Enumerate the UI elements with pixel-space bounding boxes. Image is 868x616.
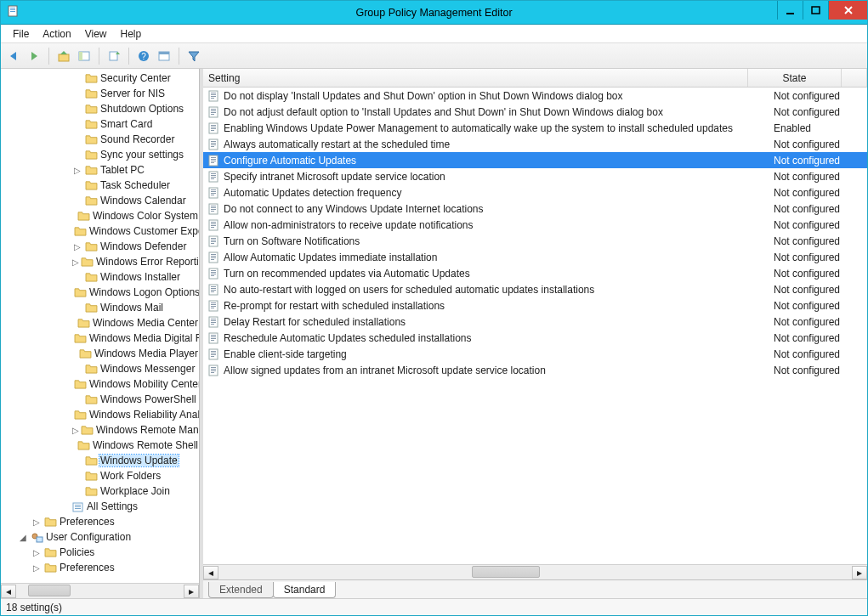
setting-row[interactable]: Configure Automatic UpdatesNot configure…: [203, 152, 867, 168]
setting-row[interactable]: Allow signed updates from an intranet Mi…: [203, 362, 867, 378]
svg-rect-25: [211, 96, 216, 97]
setting-row[interactable]: Do not display 'Install Updates and Shut…: [203, 88, 867, 104]
properties-button[interactable]: [155, 47, 173, 65]
tree-item[interactable]: Workplace Join: [1, 483, 199, 499]
menu-file[interactable]: File: [6, 26, 36, 42]
svg-rect-93: [211, 319, 216, 319]
tree-item[interactable]: Windows Customer Experience Improvement …: [1, 223, 199, 239]
setting-row[interactable]: Delay Restart for scheduled installation…: [203, 314, 867, 330]
scroll-left-button[interactable]: ◂: [203, 566, 218, 579]
tree-item[interactable]: Windows Installer: [1, 269, 199, 285]
tree-item[interactable]: Security Center: [1, 71, 199, 86]
expand-icon[interactable]: ▷: [72, 257, 79, 267]
tree-item[interactable]: Smart Card: [1, 116, 199, 132]
collapse-icon[interactable]: ◢: [18, 533, 28, 542]
svg-rect-101: [211, 340, 214, 341]
tree-item[interactable]: Windows Calendar: [1, 193, 199, 208]
list-h-scrollbar[interactable]: ◂ ▸: [203, 564, 867, 579]
setting-row[interactable]: Re-prompt for restart with scheduled ins…: [203, 297, 867, 314]
tree-item[interactable]: Sound Recorder: [1, 132, 199, 147]
tree-item[interactable]: Windows Mail: [1, 300, 199, 315]
menu-action[interactable]: Action: [36, 26, 77, 42]
setting-row[interactable]: Turn on Software NotificationsNot config…: [203, 233, 867, 249]
tree-h-scrollbar[interactable]: ◂ ▸: [1, 583, 199, 598]
tree-item-label: Windows Remote Shell: [92, 439, 199, 451]
column-header-setting[interactable]: Setting: [203, 69, 748, 87]
tree-item[interactable]: Sync your settings: [1, 147, 199, 162]
tree-item[interactable]: ▷Windows Remote Management (WinRM): [1, 422, 199, 438]
up-button[interactable]: [54, 47, 73, 65]
maximize-button[interactable]: [803, 1, 828, 20]
close-button[interactable]: [828, 1, 867, 20]
setting-row[interactable]: Do not connect to any Windows Update Int…: [203, 201, 867, 217]
tree-item-label: Task Scheduler: [99, 179, 171, 191]
expand-icon[interactable]: ▷: [72, 166, 82, 175]
tree-item[interactable]: Windows Media Center: [1, 315, 199, 331]
expand-icon[interactable]: ▷: [31, 517, 42, 527]
tree-item[interactable]: Windows Logon Options: [1, 285, 199, 300]
show-hide-tree-button[interactable]: [75, 47, 94, 65]
expand-icon[interactable]: ▷: [31, 548, 42, 557]
tree-item[interactable]: Windows Remote Shell: [1, 438, 199, 453]
folder-icon: [84, 240, 98, 252]
svg-rect-55: [211, 193, 216, 194]
menu-help[interactable]: Help: [114, 26, 149, 42]
tree-item[interactable]: ▷Tablet PC: [1, 162, 199, 178]
tree-item[interactable]: ▷Policies: [1, 545, 199, 560]
navigation-tree[interactable]: Security CenterServer for NISShutdown Op…: [1, 69, 199, 583]
help-button[interactable]: ?: [134, 47, 153, 65]
setting-row[interactable]: Turn on recommended updates via Automati…: [203, 265, 867, 281]
setting-row[interactable]: Always automatically restart at the sche…: [203, 136, 867, 152]
tree-item[interactable]: ◢User Configuration: [1, 529, 199, 545]
tree-item[interactable]: ▷Windows Error Reporting: [1, 254, 199, 269]
expand-icon[interactable]: ▷: [72, 242, 82, 251]
setting-row[interactable]: No auto-restart with logged on users for…: [203, 281, 867, 297]
filter-button[interactable]: [184, 47, 203, 65]
title-bar: Group Policy Management Editor: [1, 1, 867, 25]
setting-state: Not configured: [774, 300, 867, 312]
setting-row[interactable]: Reschedule Automatic Updates scheduled i…: [203, 330, 867, 346]
menu-view[interactable]: View: [78, 26, 114, 42]
tree-item[interactable]: ▷Preferences: [1, 514, 199, 529]
tree-item[interactable]: Windows Messenger: [1, 361, 199, 376]
tree-item[interactable]: Task Scheduler: [1, 178, 199, 193]
scroll-left-button[interactable]: ◂: [1, 585, 16, 598]
tree-item[interactable]: Windows Color System: [1, 208, 199, 223]
setting-row[interactable]: Enabling Windows Update Power Management…: [203, 120, 867, 136]
expand-icon[interactable]: ▷: [31, 563, 42, 573]
settings-list[interactable]: Do not display 'Install Updates and Shut…: [203, 88, 867, 564]
setting-row[interactable]: Allow Automatic Updates immediate instal…: [203, 249, 867, 265]
scroll-right-button[interactable]: ▸: [184, 585, 199, 598]
tree-item[interactable]: Windows Update: [1, 453, 199, 468]
setting-row[interactable]: Do not adjust default option to 'Install…: [203, 104, 867, 120]
tree-item[interactable]: Windows Mobility Center: [1, 376, 199, 392]
column-header-extra[interactable]: [842, 69, 867, 87]
tree-item[interactable]: Windows Reliability Analysis: [1, 407, 199, 422]
setting-name: Do not adjust default option to 'Install…: [224, 106, 774, 118]
tree-item[interactable]: All Settings: [1, 499, 199, 514]
setting-row[interactable]: Enable client-side targetingNot configur…: [203, 346, 867, 362]
tree-item[interactable]: Windows Media Digital Rights Management: [1, 331, 199, 346]
tab-standard[interactable]: Standard: [273, 582, 337, 598]
setting-row[interactable]: Specify intranet Microsoft update servic…: [203, 168, 867, 184]
expand-icon[interactable]: ▷: [72, 426, 79, 435]
back-button[interactable]: [4, 47, 23, 65]
tab-extended[interactable]: Extended: [208, 582, 274, 598]
setting-row[interactable]: Allow non-administrators to receive upda…: [203, 217, 867, 233]
tree-item[interactable]: Work Folders: [1, 468, 199, 483]
tree-item[interactable]: ▷Preferences: [1, 560, 199, 575]
tree-item[interactable]: ▷Windows Defender: [1, 239, 199, 254]
minimize-button[interactable]: [777, 1, 803, 20]
tree-item[interactable]: Windows Media Player: [1, 346, 199, 361]
column-header-state[interactable]: State: [748, 69, 842, 87]
setting-row[interactable]: Automatic Updates detection frequencyNot…: [203, 184, 867, 201]
scroll-right-button[interactable]: ▸: [852, 566, 867, 579]
export-list-button[interactable]: [105, 47, 123, 65]
forward-button[interactable]: [25, 47, 43, 65]
folder-icon: [84, 455, 98, 466]
tree-item[interactable]: Shutdown Options: [1, 101, 199, 116]
svg-rect-11: [110, 52, 117, 60]
tree-item[interactable]: Server for NIS: [1, 86, 199, 101]
setting-name: Allow non-administrators to receive upda…: [224, 219, 774, 231]
tree-item[interactable]: Windows PowerShell: [1, 392, 199, 407]
